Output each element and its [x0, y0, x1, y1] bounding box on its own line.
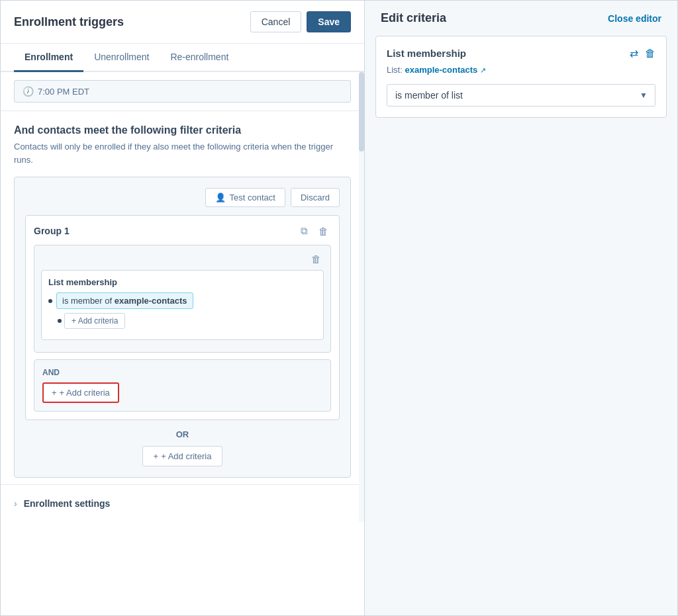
page-title: Enrollment triggers — [14, 15, 124, 29]
add-criteria-or-row: + + Add criteria — [25, 446, 340, 466]
membership-bold: example-contacts — [115, 296, 187, 306]
membership-item: is member of example-contacts — [48, 292, 316, 309]
and-label: AND — [42, 368, 322, 377]
list-membership-box: List membership is member of example-con… — [41, 270, 324, 340]
enrollment-settings-label: Enrollment settings — [24, 498, 111, 509]
chevron-right-icon: › — [14, 498, 17, 509]
clock-icon: 🕖 — [23, 86, 34, 97]
left-content: 🕖 7:00 PM EDT And contacts meet the foll… — [1, 72, 364, 615]
group-title: Group 1 — [34, 226, 70, 236]
cancel-button[interactable]: Cancel — [250, 11, 302, 32]
close-editor-button[interactable]: Close editor — [608, 13, 661, 24]
time-display: 7:00 PM EDT — [38, 87, 89, 97]
list-link[interactable]: example-contacts — [405, 65, 477, 75]
criteria-inner-header: 🗑 — [41, 252, 324, 266]
group-delete-button[interactable]: 🗑 — [316, 224, 331, 238]
edit-criteria-card: List membership ⇄ 🗑 List: example-contac… — [375, 36, 667, 118]
left-panel: Enrollment triggers Cancel Save Enrollme… — [1, 1, 365, 615]
group-container: Group 1 ⧉ 🗑 🗑 — [25, 215, 340, 420]
card-icons: ⇄ 🗑 — [630, 47, 655, 60]
discard-button[interactable]: Discard — [291, 188, 340, 207]
criteria-inner: 🗑 List membership is member of example-c… — [34, 245, 331, 353]
user-icon: 👤 — [215, 193, 226, 202]
list-label: List: — [387, 65, 403, 75]
group-actions: ⧉ 🗑 — [298, 224, 331, 238]
list-membership-title: List membership — [48, 277, 316, 287]
right-header: Edit criteria Close editor — [365, 1, 677, 36]
group-header: Group 1 ⧉ 🗑 — [34, 224, 331, 238]
bullet-icon — [48, 299, 52, 303]
right-panel-title: Edit criteria — [381, 11, 446, 25]
enrollment-settings[interactable]: › Enrollment settings — [1, 484, 364, 522]
tabs-container: Enrollment Unenrollment Re-enrollment — [1, 44, 364, 72]
tab-reenrollment[interactable]: Re-enrollment — [160, 44, 239, 72]
header-actions: Cancel Save — [250, 11, 351, 32]
save-button[interactable]: Save — [307, 11, 351, 32]
bullet-icon-2 — [58, 319, 62, 323]
group-copy-button[interactable]: ⧉ — [298, 224, 311, 238]
tab-enrollment[interactable]: Enrollment — [14, 44, 83, 72]
test-contact-button[interactable]: 👤 Test contact — [205, 188, 285, 207]
card-title: List membership — [387, 48, 466, 59]
criteria-delete-button[interactable]: 🗑 — [309, 252, 324, 266]
add-criteria-inline-button[interactable]: + Add criteria — [64, 313, 125, 329]
filter-section: And contacts meet the following filter c… — [1, 111, 364, 484]
plus-icon-and: + — [52, 388, 57, 398]
criteria-container: 👤 Test contact Discard Group 1 ⧉ 🗑 — [14, 177, 351, 478]
scrollbar-track — [359, 72, 364, 522]
time-section: 🕖 7:00 PM EDT — [1, 72, 364, 111]
scrollbar-thumb[interactable] — [359, 72, 364, 152]
or-divider: OR — [25, 420, 340, 446]
add-criteria-and-button[interactable]: + + Add criteria — [42, 382, 119, 403]
plus-icon-or: + — [154, 451, 159, 461]
right-content: List membership ⇄ 🗑 List: example-contac… — [365, 36, 677, 615]
list-link-row: List: example-contacts ↗ — [387, 65, 655, 75]
filter-description: Contacts will only be enrolled if they a… — [14, 140, 351, 166]
add-criteria-inner: + Add criteria — [58, 313, 316, 329]
criteria-actions-row: 👤 Test contact Discard — [25, 188, 340, 207]
card-header: List membership ⇄ 🗑 — [387, 47, 655, 60]
refresh-icon-button[interactable]: ⇄ — [630, 47, 638, 60]
membership-text: is member of — [62, 296, 115, 306]
right-panel: Edit criteria Close editor List membersh… — [365, 1, 677, 615]
delete-icon-button[interactable]: 🗑 — [645, 47, 655, 60]
time-row: 🕖 7:00 PM EDT — [14, 80, 351, 103]
tab-unenrollment[interactable]: Unenrollment — [83, 44, 160, 72]
membership-select[interactable]: is member of list is not member of list — [387, 84, 655, 107]
filter-title: And contacts meet the following filter c… — [14, 124, 351, 136]
header: Enrollment triggers Cancel Save — [1, 1, 364, 44]
external-link-icon: ↗ — [480, 66, 486, 74]
and-block: AND + + Add criteria — [34, 359, 331, 412]
membership-value[interactable]: is member of example-contacts — [56, 292, 193, 309]
add-criteria-or-button[interactable]: + + Add criteria — [142, 446, 223, 466]
membership-dropdown[interactable]: is member of list is not member of list … — [387, 84, 655, 107]
